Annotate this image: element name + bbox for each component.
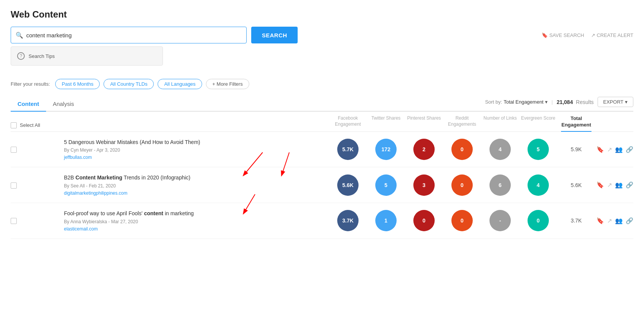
search-button[interactable]: SEARCH — [251, 27, 298, 43]
row-1-facebook-value: 5.7K — [337, 139, 359, 160]
row-3-title: Fool-proof way to use April Fools' conte… — [64, 210, 325, 218]
row-3-metrics: 3.7K 1 0 0 - 0 3.7K — [329, 210, 595, 231]
filter-date-button[interactable]: Past 6 Months — [55, 79, 100, 89]
row-1-metrics: 5.7K 172 2 0 4 5 5.9K — [329, 139, 595, 160]
link-action-icon[interactable]: 🔗 — [626, 146, 633, 153]
row-3-pinterest-bubble: 0 — [405, 210, 443, 231]
row-3-reddit-value: 0 — [451, 210, 473, 231]
row-1-pinterest-bubble: 2 — [405, 139, 443, 160]
select-all-label[interactable]: Select All — [20, 122, 40, 128]
row-2-link[interactable]: digitalmarketingphilippines.com — [64, 190, 128, 196]
search-box: 🔍 — [11, 27, 247, 43]
row-2-meta: By See All - Feb 21, 2020 — [64, 183, 325, 189]
row-2-checkbox[interactable] — [11, 182, 17, 189]
search-tips-label[interactable]: Search Tips — [29, 53, 55, 59]
row-1-pinterest-value: 2 — [413, 139, 435, 160]
row-1-evergreen-bubble: 5 — [519, 139, 557, 160]
row-1-links-value: 4 — [489, 139, 511, 160]
table-row: 5 Dangerous Webinar Mistakes (And How to… — [11, 132, 633, 168]
row-2-evergreen-bubble: 4 — [519, 174, 557, 196]
share-action-icon[interactable]: ↗ — [607, 146, 612, 153]
sort-by[interactable]: Sort by: Total Engagement ▾ — [485, 99, 548, 105]
bookmark-action-icon[interactable]: 🔖 — [596, 181, 604, 189]
row-1-reddit-value: 0 — [451, 139, 473, 160]
row-1-link[interactable]: jeffbullas.com — [64, 155, 92, 160]
filter-language-button[interactable]: All Languages — [158, 79, 202, 89]
tab-content[interactable]: Content — [11, 96, 46, 111]
row-1-checkbox[interactable] — [11, 147, 17, 153]
more-filters-button[interactable]: + More Filters — [206, 79, 249, 89]
search-input[interactable] — [26, 32, 242, 38]
row-3-facebook-value: 3.7K — [337, 210, 359, 231]
row-2-title: B2B Content Marketing Trends in 2020 (In… — [64, 174, 325, 182]
people-action-icon[interactable]: 👥 — [615, 146, 623, 153]
row-2-evergreen-value: 4 — [528, 174, 549, 196]
row-2-total: 5.6K — [557, 182, 595, 188]
people-action-icon[interactable]: 👥 — [615, 181, 623, 189]
link-action-icon[interactable]: 🔗 — [626, 181, 633, 189]
row-3-links-value: - — [489, 210, 511, 231]
share-action-icon[interactable]: ↗ — [607, 217, 612, 224]
sort-label: Sort by: — [485, 99, 502, 105]
link-action-icon[interactable]: 🔗 — [626, 217, 633, 224]
search-bar-row: 🔍 SEARCH 🔖 SAVE SEARCH ↗ CREATE ALERT — [11, 27, 633, 43]
save-search-button[interactable]: 🔖 SAVE SEARCH — [542, 32, 584, 38]
row-2-reddit-value: 0 — [451, 174, 473, 196]
row-3-evergreen-bubble: 0 — [519, 210, 557, 231]
filter-label: Filter your results: — [11, 81, 50, 87]
row-1-meta: By Cyn Meyer - Apr 3, 2020 — [64, 147, 325, 153]
bookmark-icon: 🔖 — [542, 32, 548, 38]
header-twitter: Twitter Shares — [367, 115, 405, 128]
header-links: Number of Links — [481, 115, 519, 128]
row-3-links-bubble: - — [481, 210, 519, 231]
row-1-evergreen-value: 5 — [528, 139, 549, 160]
row-2-links-value: 6 — [489, 174, 511, 196]
row-3-pinterest-value: 0 — [413, 210, 435, 231]
row-2-metrics: 5.6K 5 3 0 6 4 5.6K — [329, 174, 595, 196]
row-3-check — [11, 217, 64, 224]
row-2-links-bubble: 6 — [481, 174, 519, 196]
row-1-facebook-bubble: 5.7K — [329, 139, 367, 160]
row-1-actions: 🔖 ↗ 👥 🔗 — [595, 146, 633, 153]
export-button[interactable]: EXPORT ▾ — [598, 97, 633, 107]
select-all-checkbox[interactable] — [11, 122, 17, 128]
row-3-link[interactable]: elasticemail.com — [64, 226, 98, 232]
row-2-pinterest-bubble: 3 — [405, 174, 443, 196]
row-2-check — [11, 182, 64, 189]
row-2-facebook-value: 5.6K — [337, 174, 359, 196]
header-pinterest: Pinterest Shares — [405, 115, 443, 128]
filter-row: Filter your results: Past 6 Months All C… — [11, 79, 633, 89]
filter-country-button[interactable]: All Country TLDs — [104, 79, 154, 89]
header-total[interactable]: Total Engagement — [557, 115, 595, 128]
search-icon: 🔍 — [16, 32, 23, 39]
bookmark-action-icon[interactable]: 🔖 — [596, 217, 604, 224]
row-3-meta: By Anna Wybieralska - Mar 27, 2020 — [64, 219, 325, 224]
row-2-reddit-bubble: 0 — [443, 174, 481, 196]
page-title: Web Content — [11, 9, 633, 20]
row-1-check — [11, 146, 64, 153]
select-all-col: Select All — [11, 122, 64, 128]
bookmark-action-icon[interactable]: 🔖 — [596, 146, 604, 153]
row-2-twitter-value: 5 — [375, 174, 397, 196]
share-action-icon[interactable]: ↗ — [607, 181, 612, 189]
row-3-checkbox[interactable] — [11, 218, 17, 224]
tabs-row: Content Analysis — [11, 96, 485, 111]
results-info: Sort by: Total Engagement ▾ | 21,084 Res… — [485, 97, 633, 111]
row-3-content: Fool-proof way to use April Fools' conte… — [64, 210, 329, 232]
row-2-pinterest-value: 3 — [413, 174, 435, 196]
tab-analysis[interactable]: Analysis — [46, 96, 81, 111]
table-row: Fool-proof way to use April Fools' conte… — [11, 203, 633, 239]
table-row: B2B Content Marketing Trends in 2020 (In… — [11, 167, 633, 203]
header-reddit: Reddit Engagements — [443, 115, 481, 128]
header-evergreen: Evergreen Score — [519, 115, 557, 128]
people-action-icon[interactable]: 👥 — [615, 217, 623, 224]
top-actions: 🔖 SAVE SEARCH ↗ CREATE ALERT — [542, 32, 633, 38]
row-1-content: 5 Dangerous Webinar Mistakes (And How to… — [64, 139, 329, 160]
create-alert-button[interactable]: ↗ CREATE ALERT — [591, 32, 633, 38]
metric-cols-header: Facebook Engagement Twitter Shares Pinte… — [329, 115, 595, 128]
row-1-title: 5 Dangerous Webinar Mistakes (And How to… — [64, 139, 325, 146]
row-1-total: 5.9K — [557, 146, 595, 152]
row-3-twitter-value: 1 — [375, 210, 397, 231]
sort-value: Total Engagement — [504, 99, 544, 105]
header-facebook: Facebook Engagement — [329, 115, 367, 128]
